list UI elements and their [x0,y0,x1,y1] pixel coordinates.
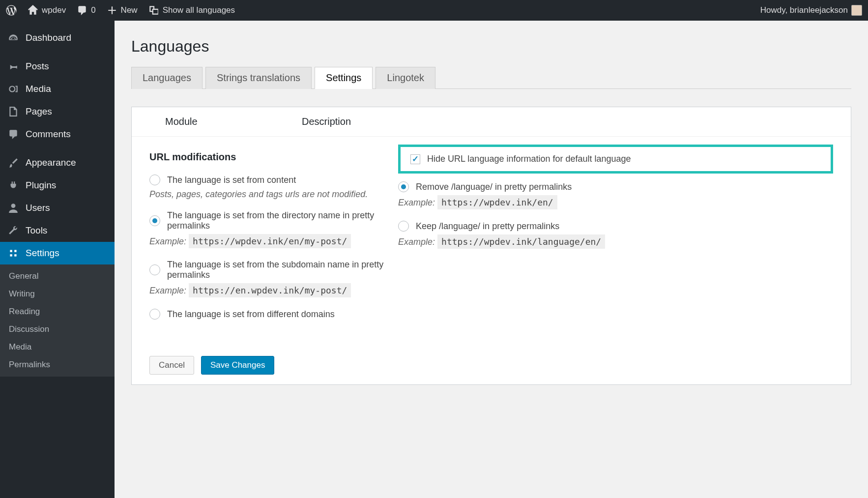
example-subdomain: Example: https://en.wpdev.ink/my-post/ [149,285,391,296]
submenu-writing[interactable]: Writing [0,285,115,303]
hide-default-checkbox[interactable]: Hide URL language information for defaul… [410,154,821,164]
module-title: URL modifications [149,151,391,163]
header-module: Module [132,116,302,127]
submenu-discussion[interactable]: Discussion [0,321,115,338]
example-code: https://wpdev.ink/en/my-post/ [189,234,351,248]
radio-label: The language is set from the directory n… [167,210,391,231]
submenu-reading[interactable]: Reading [0,303,115,321]
page-icon [8,106,19,117]
adminbar-right: Howdy, brianleejackson [760,5,862,16]
pin-icon [8,61,19,72]
example-code: https://wpdev.ink/en/ [437,195,557,209]
radio-from-directory[interactable]: The language is set from the directory n… [149,210,391,231]
svg-point-1 [11,204,16,208]
svg-rect-3 [14,250,16,252]
cancel-button[interactable]: Cancel [149,356,194,375]
menu-label: Appearance [26,157,76,168]
radio-input[interactable] [149,264,160,275]
menu-appearance[interactable]: Appearance [0,151,115,174]
tab-languages[interactable]: Languages [131,67,203,89]
example-keep: Example: https://wpdev.ink/language/en/ [398,236,833,247]
account-link[interactable]: Howdy, brianleejackson [760,5,862,16]
user-icon [8,203,19,213]
new-label: New [121,5,138,15]
greeting: Howdy, brianleejackson [760,5,848,15]
comments-link[interactable]: 0 [77,5,95,16]
menu-dashboard[interactable]: Dashboard [0,27,115,49]
tab-settings[interactable]: Settings [315,67,373,89]
save-button[interactable]: Save Changes [201,356,275,375]
comments-count: 0 [91,5,95,15]
example-code: https://en.wpdev.ink/my-post/ [189,283,351,297]
menu-plugins[interactable]: Plugins [0,174,115,197]
example-remove: Example: https://wpdev.ink/en/ [398,197,833,208]
radio-from-content[interactable]: The language is set from content [149,175,391,185]
dashboard-icon [8,32,19,43]
menu-tools[interactable]: Tools [0,219,115,242]
submenu-general[interactable]: General [0,267,115,285]
languages-link[interactable]: Show all languages [148,5,235,16]
plus-icon [107,5,117,16]
radio-input[interactable] [149,215,160,226]
tab-strings[interactable]: Strings translations [205,67,312,89]
adminmenu: Dashboard Posts Media Pages Comments App… [0,21,115,498]
wordpress-icon [6,5,17,16]
radio-input[interactable] [398,221,409,232]
menu-pages[interactable]: Pages [0,100,115,123]
example-prefix: Example: [149,286,186,295]
radio-remove-language[interactable]: Remove /language/ in pretty permalinks [398,181,833,192]
menu-comments[interactable]: Comments [0,123,115,146]
col-left: URL modifications The language is set fr… [132,145,396,323]
lang-label: Show all languages [163,5,235,15]
checkbox-input[interactable] [410,154,420,164]
radio-input[interactable] [149,175,160,185]
submenu-permalinks[interactable]: Permalinks [0,356,115,374]
menu-media[interactable]: Media [0,78,115,100]
svg-rect-2 [10,250,12,252]
gear-icon [8,248,19,259]
menu-label: Tools [26,225,47,236]
example-code: https://wpdev.ink/language/en/ [437,234,605,249]
svg-rect-5 [14,254,16,256]
example-prefix: Example: [149,236,186,246]
translate-icon [148,5,159,16]
example-prefix: Example: [398,237,435,247]
svg-point-0 [9,87,15,92]
comment-icon [8,129,19,140]
menu-label: Settings [26,248,59,259]
adminbar-left: wpdev 0 New Show all languages [6,5,235,16]
radio-from-domains[interactable]: The language is set from different domai… [149,309,391,320]
settings-submenu: General Writing Reading Discussion Media… [0,264,115,377]
menu-users[interactable]: Users [0,197,115,219]
radio-label: Remove /language/ in pretty permalinks [416,182,572,192]
submenu-media[interactable]: Media [0,338,115,356]
tab-lingotek[interactable]: Lingotek [376,67,435,89]
menu-label: Users [26,203,50,213]
plug-icon [8,180,19,191]
site-link[interactable]: wpdev [28,5,66,16]
radio-keep-language[interactable]: Keep /language/ in pretty permalinks [398,221,833,232]
wp-logo[interactable] [6,5,17,16]
site-name-label: wpdev [42,5,66,15]
page-title: Languages [131,37,851,56]
radio-input[interactable] [149,309,160,320]
settings-panel: Module Description URL modifications The… [131,107,851,385]
menu-settings[interactable]: Settings [0,242,115,264]
comment-icon [77,5,87,16]
radio-label: The language is set from the subdomain n… [167,260,391,280]
menu-label: Comments [26,129,71,140]
svg-rect-4 [10,254,12,256]
radio-label: Keep /language/ in pretty permalinks [416,221,559,232]
radio-input[interactable] [398,181,409,192]
new-link[interactable]: New [107,5,138,16]
radio-from-subdomain[interactable]: The language is set from the subdomain n… [149,260,391,280]
home-icon [28,5,38,16]
highlight-box: Hide URL language information for defaul… [398,145,833,174]
menu-label: Plugins [26,180,56,191]
example-directory: Example: https://wpdev.ink/en/my-post/ [149,236,391,247]
menu-posts[interactable]: Posts [0,55,115,78]
menu-label: Dashboard [26,32,71,43]
radio-label: The language is set from different domai… [167,309,335,320]
wrench-icon [8,225,19,236]
menu-label: Pages [26,106,52,117]
